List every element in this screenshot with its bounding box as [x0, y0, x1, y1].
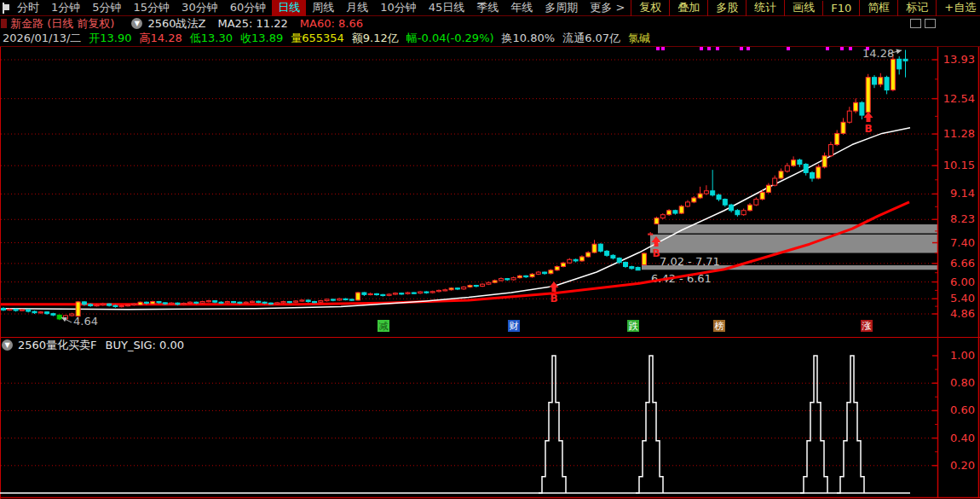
period-tab-7[interactable]: 周线	[306, 0, 340, 16]
quote-info-row: 2026/01/13/二开13.90高14.28低13.30收13.89量655…	[3, 32, 980, 45]
period-tab-4[interactable]: 30分钟	[176, 0, 224, 16]
collapse-chevron-icon[interactable]: ▼	[131, 18, 142, 29]
quote-field-3: 低13.30	[190, 31, 233, 46]
signal-dot	[840, 47, 844, 50]
signal-dot	[656, 47, 660, 50]
maximize-window-icon[interactable]	[925, 19, 936, 28]
gap-band	[658, 224, 937, 233]
axis-label: 9.14	[950, 187, 975, 200]
axis-label: 8.23	[950, 212, 975, 225]
stock-title-row: 新金路 (日线 前复权) ▼ 2560战法Z MA25: 11.22 MA60:…	[0, 16, 980, 31]
ma60-value: MA60: 8.66	[300, 17, 363, 30]
period-tab-9[interactable]: 10分钟	[374, 0, 423, 16]
quote-field-1: 开13.90	[89, 31, 131, 46]
axis-label: 7.40	[950, 236, 975, 249]
signal-dot	[740, 47, 743, 50]
main-indicator-name[interactable]: 2560战法Z	[147, 16, 205, 32]
axis-label: 6.66	[950, 257, 975, 270]
signal-dot	[707, 47, 711, 50]
chart-canvas[interactable]: 7.72 - 8.077.02 - 7.716.42 - 6.61BBB14.2…	[0, 46, 980, 499]
buy-signal-spike	[539, 356, 566, 493]
top-menu-bar: 分时1分钟5分钟15分钟30分钟60分钟日线周线月线10分钟45日线季线年线多周…	[0, 0, 980, 16]
gridlines	[1, 60, 937, 466]
axes: 13.9312.5411.2810.159.148.237.406.666.00…	[0, 46, 980, 499]
marker-flag-icon	[1, 19, 7, 28]
signal-markers: BBB14.284.64减财跌榜涨	[61, 47, 902, 332]
ma25-value: MA25: 11.22	[217, 17, 287, 30]
panel-window-icons	[910, 19, 936, 28]
quote-field-7: 幅-0.04(-0.29%)	[406, 31, 494, 46]
tool-button-8[interactable]: +自选	[936, 0, 980, 16]
axis-label: 10.15	[943, 159, 975, 171]
tool-button-0[interactable]: 复权	[631, 0, 669, 16]
period-tab-2[interactable]: 5分钟	[86, 0, 127, 16]
trading-terminal: 分时1分钟5分钟15分钟30分钟60分钟日线周线月线10分钟45日线季线年线多周…	[0, 0, 980, 499]
signal-dot	[661, 47, 665, 50]
period-tab-8[interactable]: 月线	[340, 0, 374, 16]
indicator-collapse-chevron-icon[interactable]: ▼	[2, 339, 13, 351]
price-callout: 4.64	[73, 315, 98, 328]
tool-button-7[interactable]: 标记	[897, 0, 936, 16]
quote-field-10: 氯碱	[628, 31, 650, 46]
period-tab-12[interactable]: 年线	[504, 0, 539, 16]
period-tab-14[interactable]: 更多 >	[584, 0, 631, 16]
watermark-badge-label: 跌	[629, 321, 639, 332]
signal-dot	[826, 47, 829, 50]
gap-band	[642, 265, 937, 270]
period-menu: 分时1分钟5分钟15分钟30分钟60分钟日线周线月线10分钟45日线季线年线多周…	[11, 0, 631, 15]
axis-label: 4.86	[950, 307, 975, 320]
period-tab-6[interactable]: 日线	[272, 0, 306, 16]
axis-label: 6.00	[950, 276, 975, 288]
candles-layer	[2, 50, 908, 321]
quote-field-9: 流通6.07亿	[562, 31, 620, 46]
signal-dot	[787, 47, 790, 50]
tool-button-1[interactable]: 叠加	[669, 0, 707, 16]
tool-menu: 复权叠加多股统计画线F10简框标记+自选返回	[631, 0, 980, 15]
restore-window-icon[interactable]	[910, 19, 921, 28]
watermark-badge-label: 涨	[862, 321, 872, 332]
buy-signal-spike	[837, 356, 864, 493]
axis-label: 12.54	[943, 92, 975, 105]
stock-name: 新金路	[10, 17, 43, 30]
period-tab-0[interactable]: 分时	[11, 0, 45, 16]
tool-button-3[interactable]: 统计	[746, 0, 784, 16]
axis-label: 5.40	[950, 292, 975, 305]
period-tab-3[interactable]: 15分钟	[128, 0, 176, 16]
axis-label: 0.60	[950, 403, 975, 416]
period-tab-5[interactable]: 60分钟	[224, 0, 273, 16]
period-tab-10[interactable]: 45日线	[423, 0, 471, 16]
gap-band	[650, 235, 937, 253]
axis-label: 0.80	[950, 376, 975, 389]
period-tab-11[interactable]: 季线	[470, 0, 504, 16]
tool-button-4[interactable]: 画线	[784, 0, 822, 16]
quote-field-4: 收13.89	[240, 31, 283, 46]
axis-label: 0.20	[950, 459, 975, 472]
quote-field-2: 高14.28	[140, 31, 182, 46]
quote-field-8: 换10.80%	[502, 31, 556, 46]
stock-name-and-mode[interactable]: 新金路 (日线 前复权)	[10, 16, 114, 32]
buy-arrow-icon	[864, 112, 873, 122]
watermark-badge-label: 财	[510, 321, 519, 332]
quote-field-6: 额9.12亿	[352, 31, 399, 46]
signal-dot	[849, 47, 852, 50]
quote-field-5: 量655354	[291, 31, 344, 46]
watermark-badge-label: 榜	[715, 321, 724, 332]
window-icon[interactable]	[3, 3, 4, 14]
buy-signal-spike	[800, 356, 827, 493]
buy-label: B	[652, 247, 660, 259]
period-tab-1[interactable]: 1分钟	[45, 0, 86, 16]
axis-label: 1.00	[950, 349, 975, 362]
tool-button-6[interactable]: 简框	[859, 0, 897, 16]
signal-dot	[700, 47, 703, 50]
buy-arrow-icon	[550, 281, 559, 292]
buy-signal-spike	[636, 356, 663, 493]
watermark-badge-label: 减	[379, 321, 389, 332]
axis-label: 11.28	[943, 127, 975, 140]
indicator-name[interactable]: 2560量化买卖F	[18, 338, 97, 353]
tool-button-5[interactable]: F10	[822, 1, 859, 15]
buy-label: B	[550, 293, 557, 305]
signal-dot	[747, 47, 750, 50]
period-tab-13[interactable]: 多周期	[539, 0, 584, 16]
tool-button-2[interactable]: 多股	[707, 0, 746, 16]
buy-sig-plot	[0, 356, 910, 493]
